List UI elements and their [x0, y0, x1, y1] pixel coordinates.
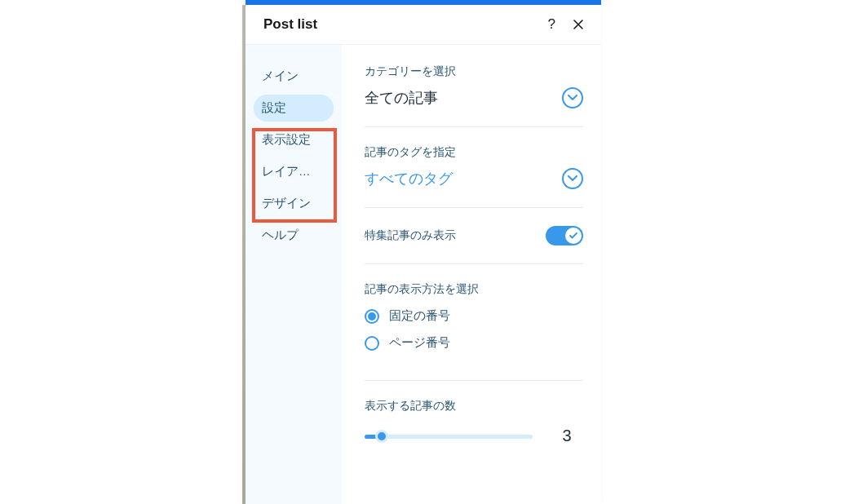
count-section: 表示する記事の数 3 — [365, 399, 583, 463]
display-method-label: 記事の表示方法を選択 — [365, 282, 583, 297]
tags-section: 記事のタグを指定 すべてのタグ — [365, 145, 583, 208]
category-value: 全ての記事 — [365, 88, 438, 108]
sidebar-item-display-settings[interactable]: 表示設定 — [254, 126, 334, 153]
featured-label: 特集記事のみ表示 — [365, 228, 456, 243]
tags-label: 記事のタグを指定 — [365, 145, 583, 160]
count-label: 表示する記事の数 — [365, 399, 583, 413]
panel-title: Post list — [263, 16, 317, 33]
radio-page-number[interactable]: ページ番号 — [365, 335, 583, 351]
main-content: カテゴリーを選択 全ての記事 記事のタグを指定 すべてのタグ — [342, 45, 601, 504]
featured-section: 特集記事のみ表示 — [365, 226, 583, 264]
close-icon[interactable] — [572, 18, 585, 31]
radio-circle-icon — [365, 336, 379, 351]
settings-panel: Post list ? メイン 設定 表示設定 レイア… デザイン ヘルプ カテ… — [246, 0, 601, 504]
radio-circle-icon — [365, 309, 379, 324]
featured-toggle-row: 特集記事のみ表示 — [365, 226, 583, 245]
help-icon[interactable]: ? — [548, 16, 555, 33]
category-dropdown[interactable]: 全ての記事 — [365, 87, 583, 108]
category-label: カテゴリーを選択 — [365, 64, 583, 79]
sidebar-item-layout[interactable]: レイア… — [254, 158, 334, 185]
panel-header: Post list ? — [246, 5, 601, 45]
header-actions: ? — [548, 16, 585, 33]
sidebar-item-main[interactable]: メイン — [254, 63, 334, 90]
chevron-down-icon — [562, 168, 583, 189]
sidebar: メイン 設定 表示設定 レイア… デザイン ヘルプ — [246, 45, 342, 504]
tags-value: すべてのタグ — [365, 169, 453, 188]
radio-fixed-number[interactable]: 固定の番号 — [365, 308, 583, 324]
display-method-radio-group: 固定の番号 ページ番号 — [365, 308, 583, 351]
display-method-section: 記事の表示方法を選択 固定の番号 ページ番号 — [365, 282, 583, 381]
radio-label: 固定の番号 — [389, 308, 450, 324]
panel-body: メイン 設定 表示設定 レイア… デザイン ヘルプ カテゴリーを選択 全ての記事… — [246, 45, 601, 504]
count-value: 3 — [551, 427, 583, 445]
chevron-down-icon — [562, 87, 583, 108]
featured-toggle[interactable] — [546, 226, 583, 245]
count-slider-row: 3 — [365, 427, 583, 445]
radio-label: ページ番号 — [389, 335, 450, 351]
count-slider[interactable] — [365, 428, 533, 444]
slider-thumb — [375, 430, 388, 443]
sidebar-item-settings[interactable]: 設定 — [254, 95, 334, 122]
toggle-knob — [565, 228, 582, 244]
sidebar-item-design[interactable]: デザイン — [254, 190, 334, 217]
category-section: カテゴリーを選択 全ての記事 — [365, 64, 583, 127]
sidebar-item-help[interactable]: ヘルプ — [254, 222, 334, 249]
tags-dropdown[interactable]: すべてのタグ — [365, 168, 583, 189]
slider-track — [365, 435, 533, 439]
